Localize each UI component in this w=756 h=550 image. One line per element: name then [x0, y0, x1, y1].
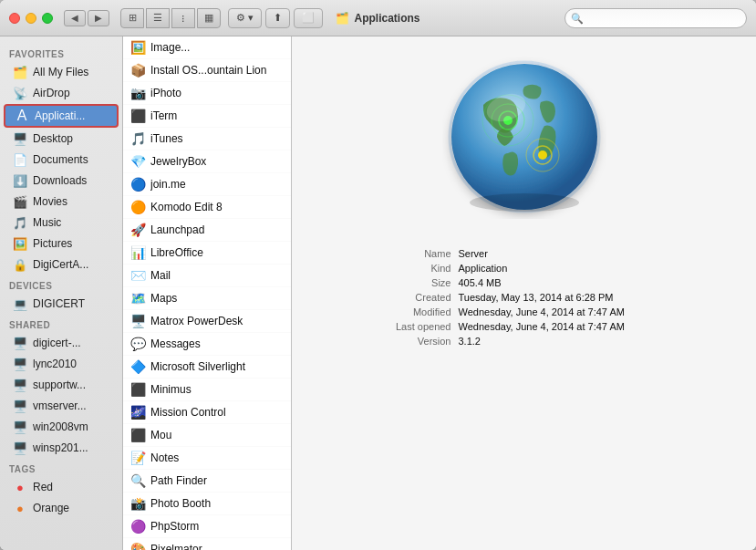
file-list-item[interactable]: 🚀Launchpad [123, 219, 291, 242]
maximize-button[interactable] [42, 13, 53, 24]
file-list-item[interactable]: 📸Photo Booth [123, 493, 291, 515]
window-title: 🗂️ Applications [336, 12, 419, 25]
documents-icon: 📄 [13, 152, 27, 167]
favorites-label: FAVORITES [0, 44, 122, 61]
file-icon: 🎵 [130, 131, 145, 146]
finder-window: ◀ ▶ ⊞ ☰ ⫶ ▦ ⚙ ▾ ⬆ ⬜ 🗂️ Applications 🔍 FA… [0, 0, 756, 550]
sidebar-item-pictures[interactable]: 🖼️ Pictures [4, 233, 119, 254]
file-list-item[interactable]: 💎JewelryBox [123, 150, 291, 173]
arrange-button[interactable]: ⚙ ▾ [228, 8, 262, 28]
shared-server-icon: 🖥️ [13, 336, 27, 350]
file-list-item[interactable]: 🖥️Matrox PowerDesk [123, 310, 291, 333]
sidebar-item-lync2010[interactable]: 🖥️ lync2010 [4, 354, 119, 374]
file-list-item[interactable]: 🔍Path Finder [123, 470, 291, 493]
sidebar-item-music[interactable]: 🎵 Music [4, 213, 119, 233]
file-list-item[interactable]: ✉️Mail [123, 265, 291, 287]
file-list-item[interactable]: 🖼️Image... [123, 36, 291, 59]
search-icon: 🔍 [571, 12, 584, 24]
sidebar-item-digicerta[interactable]: 🔒 DigiCertA... [4, 254, 119, 275]
share-button[interactable]: ⬆ [265, 8, 290, 28]
file-icon: 🔍 [130, 473, 145, 488]
info-row-name: Name Server [369, 246, 679, 261]
file-item-name: Install OS...ountain Lion [150, 64, 284, 77]
info-row-last-opened: Last opened Wednesday, June 4, 2014 at 7… [369, 319, 679, 334]
file-icon: 🟠 [130, 200, 145, 214]
sidebar-item-supportw[interactable]: 🖥️ supportw... [4, 375, 119, 395]
name-value: Server [459, 248, 488, 259]
sidebar-item-downloads[interactable]: ⬇️ Downloads [4, 171, 119, 191]
minimize-button[interactable] [26, 13, 36, 24]
file-list-item[interactable]: 💬Messages [123, 333, 291, 356]
lync-icon: 🖥️ [13, 357, 27, 371]
sidebar-item-winsp201[interactable]: 🖥️ winsp201... [4, 438, 119, 458]
sidebar-item-airdrop[interactable]: 📡 AirDrop [4, 83, 119, 103]
file-list-item[interactable]: 🔷Microsoft Silverlight [123, 356, 291, 379]
app-icon [442, 55, 606, 219]
sidebar-item-label: digicert-... [33, 337, 81, 349]
file-icon: 🌌 [130, 405, 145, 420]
file-list-item[interactable]: ⬛iTerm [123, 105, 291, 128]
sidebar-item-orange[interactable]: ● Orange [4, 498, 119, 518]
file-list-item[interactable]: 🎵iTunes [123, 128, 291, 150]
size-value: 405.4 MB [459, 277, 502, 288]
sidebar-item-movies[interactable]: 🎬 Movies [4, 192, 119, 212]
file-list-item[interactable]: 📝Notes [123, 447, 291, 470]
sidebar-item-label: winsp201... [33, 441, 88, 454]
search-input[interactable] [564, 8, 747, 28]
sidebar: FAVORITES 🗂️ All My Files 📡 AirDrop A Ap… [0, 36, 123, 550]
column-view-button[interactable]: ⫶ [171, 8, 195, 28]
winsp201-icon: 🖥️ [13, 441, 27, 455]
file-icon: 🔷 [130, 359, 145, 374]
file-icon: ⬛ [130, 428, 145, 442]
file-icon: 🔵 [130, 177, 145, 192]
back-button[interactable]: ◀ [64, 10, 86, 26]
version-value: 3.1.2 [459, 336, 481, 347]
file-list-item[interactable]: 🟠Komodo Edit 8 [123, 196, 291, 219]
file-list-item[interactable]: 🌌Mission Control [123, 401, 291, 424]
close-button[interactable] [9, 13, 20, 24]
file-icon: 🖥️ [130, 314, 145, 328]
sidebar-item-red[interactable]: ● Red [4, 477, 119, 497]
file-item-name: iTunes [150, 132, 284, 145]
file-item-name: Image... [150, 41, 284, 54]
file-list-item[interactable]: ⬛Minimus [123, 379, 291, 401]
file-list-item[interactable]: 📊LibreOffice [123, 242, 291, 265]
sidebar-item-all-my-files[interactable]: 🗂️ All My Files [4, 62, 119, 82]
quick-look-button[interactable]: ⬜ [294, 8, 323, 28]
list-view-button[interactable]: ☰ [146, 8, 170, 28]
modified-label: Modified [369, 306, 451, 317]
file-list-item[interactable]: 🔵join.me [123, 173, 291, 196]
file-list-item[interactable]: 🗺️Maps [123, 287, 291, 310]
created-label: Created [369, 292, 451, 303]
file-item-name: iPhoto [150, 87, 284, 99]
file-list-item[interactable]: 🎨Pixelmator [123, 538, 291, 550]
file-item-name: PhpStorm [150, 520, 284, 533]
sidebar-item-label: vmserver... [33, 400, 87, 412]
file-item-name: Matrox PowerDesk [150, 315, 284, 327]
movies-icon: 🎬 [13, 194, 27, 209]
file-list-item[interactable]: 🟣PhpStorm [123, 515, 291, 538]
created-value: Tuesday, May 13, 2014 at 6:28 PM [459, 292, 614, 303]
file-list-item[interactable]: ⬛Mou [123, 424, 291, 447]
sidebar-item-applications[interactable]: A Applicati... [4, 104, 119, 128]
file-icon: 📸 [130, 496, 145, 511]
sidebar-item-documents[interactable]: 📄 Documents [4, 150, 119, 170]
sidebar-item-label: Desktop [33, 132, 73, 145]
sidebar-item-win2008vm[interactable]: 🖥️ win2008vm [4, 417, 119, 437]
file-list-item[interactable]: 📷iPhoto [123, 82, 291, 105]
sidebar-item-digicert-shared[interactable]: 🖥️ digicert-... [4, 333, 119, 353]
icon-view-button[interactable]: ⊞ [120, 8, 144, 28]
sidebar-item-digicert-device[interactable]: 💻 DIGICERT [4, 294, 119, 314]
sidebar-item-label: Documents [33, 153, 88, 166]
modified-value: Wednesday, June 4, 2014 at 7:47 AM [459, 306, 625, 317]
file-item-name: Mail [150, 269, 284, 282]
cover-flow-button[interactable]: ▦ [197, 8, 221, 28]
file-list-item[interactable]: 📦Install OS...ountain Lion [123, 59, 291, 82]
file-icon: 🗺️ [130, 291, 145, 306]
sidebar-item-vmserver[interactable]: 🖥️ vmserver... [4, 396, 119, 416]
file-item-name: Notes [150, 451, 284, 464]
last-opened-value: Wednesday, June 4, 2014 at 7:47 AM [459, 321, 625, 332]
svg-point-6 [538, 150, 547, 160]
sidebar-item-desktop[interactable]: 🖥️ Desktop [4, 129, 119, 149]
forward-button[interactable]: ▶ [88, 10, 109, 26]
